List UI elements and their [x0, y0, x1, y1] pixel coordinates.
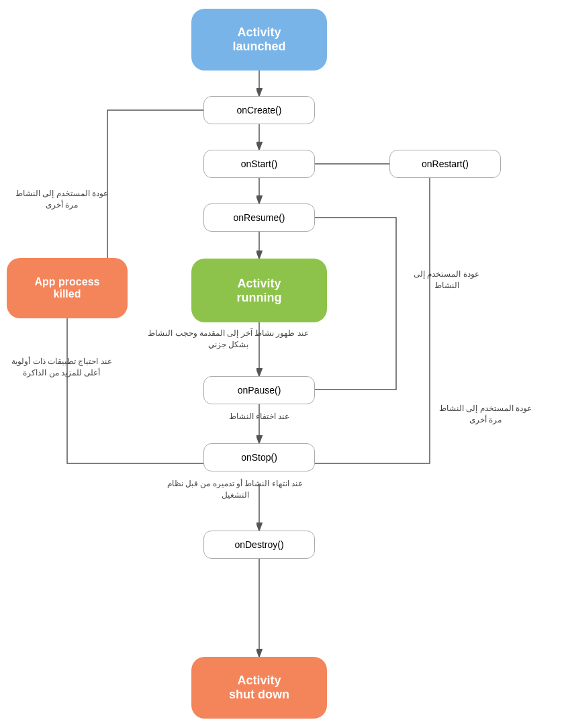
partial-cover-label: عند ظهور نشاط آخر إلى المقدمة وحجب النشا…: [148, 328, 309, 351]
user-navigate-back-label: عودة المستخدم إلى النشاط مرة أخرى: [8, 188, 115, 211]
user-returns-another-label: عودة المستخدم إلى النشاط مرة أخرى: [435, 403, 536, 426]
finish-destroy-label: عند انتهاء النشاط أو تدميره من قبل نظام …: [154, 478, 316, 501]
ondestroy-node: onDestroy(): [203, 531, 315, 559]
onrestart-node: onRestart(): [389, 150, 501, 178]
high-priority-apps-label: عند احتياج تطبيقات ذات أولوية أعلى للمزي…: [8, 356, 115, 379]
onstart-node: onStart(): [203, 150, 315, 178]
onstop-label: onStop(): [241, 452, 277, 463]
onstart-label: onStart(): [241, 158, 277, 169]
onresume-label: onResume(): [233, 212, 285, 223]
activity-running-node: Activity running: [191, 259, 327, 322]
app-process-killed-node: App process killed: [7, 258, 128, 318]
onpause-label: onPause(): [238, 385, 281, 396]
diagram-container: Activity launched onCreate() onStart() o…: [0, 0, 564, 728]
onpause-node: onPause(): [203, 376, 315, 404]
app-process-killed-label: App process killed: [35, 276, 100, 300]
activity-running-label: Activity running: [237, 277, 282, 305]
onrestart-label: onRestart(): [422, 158, 469, 169]
activity-launched-node: Activity launched: [191, 9, 327, 71]
activity-disappear-label: عند اختفاء النشاط: [203, 411, 315, 422]
oncreate-node: onCreate(): [203, 96, 315, 124]
user-return-activity-label: عودة المستخدم إلى النشاط: [403, 269, 490, 291]
activity-launched-label: Activity launched: [232, 26, 285, 54]
ondestroy-label: onDestroy(): [234, 539, 283, 550]
activity-shutdown-node: Activity shut down: [191, 657, 327, 719]
activity-shutdown-label: Activity shut down: [229, 674, 289, 702]
oncreate-label: onCreate(): [237, 105, 282, 116]
onresume-node: onResume(): [203, 203, 315, 232]
onstop-node: onStop(): [203, 443, 315, 471]
